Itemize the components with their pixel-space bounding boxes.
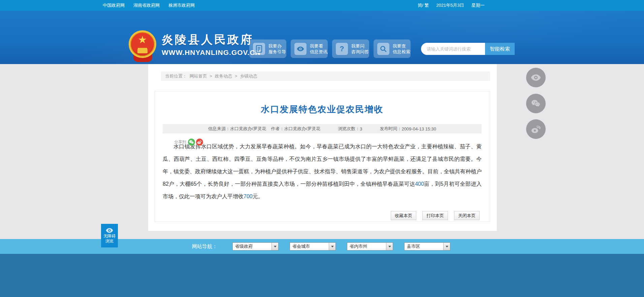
accessibility-label-line1: 无障碍 — [103, 234, 116, 238]
select-value: 省会城市 — [292, 244, 310, 249]
quick-btn-line1: 我要问 — [351, 43, 369, 49]
meta-source-label: 信息来源： — [208, 126, 230, 132]
link-zhuzhou-gov[interactable]: 株洲市政府网 — [168, 2, 195, 8]
share-weibo-icon[interactable] — [196, 139, 203, 146]
magnifier-icon — [377, 43, 389, 55]
weibo-share-button[interactable] — [526, 119, 546, 139]
site-nav-label: 网站导航： — [192, 239, 217, 254]
main-panel: 当前位置： 网站首页 > 政务动态 > 乡镇动态 水口发展特色农业促农民增收 信… — [148, 64, 497, 231]
current-weekday: 星期一 — [472, 2, 485, 8]
meta-views: 3 — [360, 126, 362, 131]
lang-toggle[interactable]: 简/ 繁 — [418, 2, 429, 8]
body-text: 水口镇发挥水口区域优势，大力发展早春蔬菜种植。如今，早春蔬菜已成为水口的一大特色… — [163, 144, 482, 187]
eye-icon — [531, 74, 541, 81]
select-value: 省级政府 — [235, 244, 253, 249]
site-url: WWW.HNYANLING.GOV.CN — [162, 49, 261, 57]
current-date: 2021年5月3日 — [436, 2, 464, 8]
body-text-highlight: 700 — [244, 194, 253, 199]
share-wechat-icon[interactable] — [188, 139, 195, 146]
search-area: 智能检索 — [421, 43, 515, 55]
search-input[interactable] — [421, 43, 485, 55]
chevron-down-icon — [329, 243, 335, 250]
topbar-right: 简/ 繁 2021年5月3日 星期一 — [418, 0, 485, 11]
breadcrumb-zhengwu[interactable]: 政务动态 — [215, 73, 232, 79]
select-capital-cities[interactable]: 省会城市 — [290, 242, 336, 250]
body-text-highlight: 400 — [415, 181, 424, 187]
article-body: 水口镇发挥水口区域优势，大力发展早春蔬菜种植。如今，早春蔬菜已成为水口的一大特色… — [163, 140, 482, 203]
question-icon: ? — [336, 43, 348, 55]
quick-btn-line2: 信息资讯 — [310, 49, 327, 55]
breadcrumb-xiangzhen[interactable]: 乡镇动态 — [240, 73, 257, 79]
chevron-down-icon — [271, 243, 278, 250]
topbar: 中国政府网 湖南省政府网 株洲市政府网 简/ 繁 2021年5月3日 星期一 — [0, 0, 644, 11]
view-mode-button[interactable] — [526, 68, 546, 87]
accessibility-label-line2: 浏览 — [105, 239, 114, 243]
quick-buttons: 我要办 服务引导 我要看 信息资讯 ? 我要问 咨询问答 — [249, 39, 411, 58]
site-name: 炎陵县人民政府 — [162, 32, 254, 48]
article-card: 水口发展特色农业促农民增收 信息来源： 水口党政办/罗灵花 作者： 水口党政办/… — [154, 91, 490, 222]
national-emblem-logo: ★ — [129, 30, 157, 63]
quick-btn-line1: 我要办 — [268, 43, 286, 49]
accessibility-button[interactable]: 无障碍 浏览 — [101, 224, 118, 247]
footer-nav-bar: 网站导航： 省级政府 省会城市 省内市州 县市区 — [0, 239, 644, 254]
body-text: 元。 — [253, 194, 263, 199]
meta-source: 水口党政办/罗灵花 — [230, 126, 266, 132]
quick-btn-line2: 服务引导 — [268, 49, 286, 55]
link-china-gov[interactable]: 中国政府网 — [103, 2, 125, 8]
breadcrumb-sep: > — [210, 73, 212, 79]
weibo-icon — [531, 125, 541, 133]
select-provincial-gov[interactable]: 省级政府 — [232, 242, 279, 250]
emblem-icon: ★ — [129, 30, 156, 58]
meta-time: 2009-04-13 15:30 — [401, 126, 436, 131]
select-value: 省内市州 — [350, 244, 367, 249]
quick-btn-line1: 我要看 — [310, 43, 327, 49]
breadcrumb-sep: > — [235, 73, 237, 79]
topbar-links: 中国政府网 湖南省政府网 株洲市政府网 — [103, 0, 195, 11]
select-value: 县市区 — [407, 244, 420, 249]
share-label: 分享到 — [174, 139, 186, 145]
meta-author: 水口党政办/罗灵花 — [284, 126, 321, 132]
favorite-page-button[interactable]: 收藏本页 — [391, 211, 416, 220]
share-row: 分享到 — [174, 139, 203, 146]
smart-search-button[interactable]: 智能检索 — [485, 43, 515, 55]
quick-btn-line2: 信息检索 — [393, 49, 410, 55]
select-county-districts[interactable]: 县市区 — [404, 242, 450, 250]
chevron-down-icon — [386, 243, 393, 250]
quick-btn-line2: 咨询问答 — [351, 49, 369, 55]
quick-btn-news[interactable]: 我要看 信息资讯 — [291, 39, 328, 58]
accessibility-eye-icon — [106, 228, 113, 233]
breadcrumb: 当前位置： 网站首页 > 政务动态 > 乡镇动态 — [161, 71, 490, 81]
link-hunan-gov[interactable]: 湖南省政府网 — [133, 2, 160, 8]
wechat-share-button[interactable] — [526, 94, 546, 113]
chevron-down-icon — [443, 243, 450, 250]
meta-views-label: 浏览次数： — [338, 126, 360, 132]
quick-btn-line1: 我要查 — [393, 43, 410, 49]
meta-author-label: 作者： — [271, 126, 284, 132]
article-title: 水口发展特色农业促农民增收 — [155, 103, 490, 115]
breadcrumb-label: 当前位置： — [165, 73, 187, 79]
eye-icon — [294, 43, 307, 55]
quick-btn-service[interactable]: 我要办 服务引导 — [249, 39, 286, 58]
article-meta-bar: 信息来源： 水口党政办/罗灵花 作者： 水口党政办/罗灵花 浏览次数： 3 发布… — [163, 124, 482, 133]
site-header: ★ 炎陵县人民政府 WWW.HNYANLING.GOV.CN 我要办 服务引导 … — [0, 11, 644, 64]
meta-time-label: 发布时间： — [380, 126, 401, 132]
footer: ★ 党政机关 主办单位： 炎陵县人民政府办公室 承办单位： 炎陵县政务服务中心 … — [0, 254, 644, 297]
breadcrumb-home[interactable]: 网站首页 — [190, 73, 207, 79]
quick-btn-ask[interactable]: ? 我要问 咨询问答 — [332, 39, 369, 58]
article-actions: 收藏本页 打印本页 关闭本页 — [391, 211, 480, 220]
quick-btn-search[interactable]: 我要查 信息检索 — [374, 39, 411, 58]
close-page-button[interactable]: 关闭本页 — [454, 211, 480, 220]
print-page-button[interactable]: 打印本页 — [422, 211, 448, 220]
wechat-icon — [531, 99, 541, 108]
select-province-cities[interactable]: 省内市州 — [347, 242, 393, 250]
document-icon — [253, 43, 265, 55]
